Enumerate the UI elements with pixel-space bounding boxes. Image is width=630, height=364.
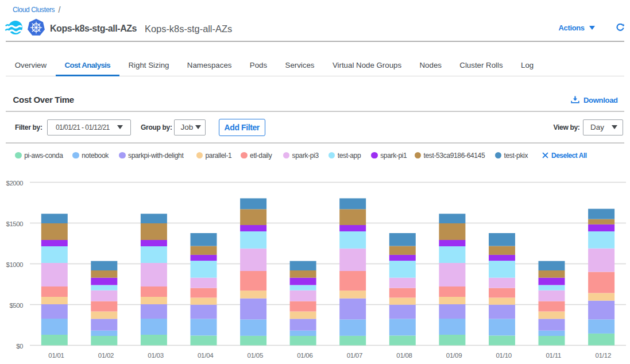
svg-text:01/09: 01/09 <box>446 352 462 359</box>
svg-text:01/04: 01/04 <box>198 352 214 359</box>
svg-text:01/03: 01/03 <box>148 352 164 359</box>
svg-text:01/01: 01/01 <box>48 352 64 359</box>
svg-text:$0: $0 <box>16 343 23 350</box>
svg-text:01/06: 01/06 <box>297 352 313 359</box>
svg-text:01/07: 01/07 <box>347 352 363 359</box>
svg-text:$1500: $1500 <box>6 220 24 227</box>
svg-text:01/02: 01/02 <box>98 352 114 359</box>
svg-text:01/10: 01/10 <box>496 352 512 359</box>
svg-text:$500: $500 <box>9 302 23 309</box>
svg-text:01/12: 01/12 <box>596 352 612 359</box>
svg-text:01/11: 01/11 <box>546 352 561 359</box>
svg-text:$2000: $2000 <box>6 180 24 187</box>
svg-text:01/08: 01/08 <box>396 352 412 359</box>
svg-text:$1000: $1000 <box>6 261 24 268</box>
svg-text:01/05: 01/05 <box>248 352 264 359</box>
